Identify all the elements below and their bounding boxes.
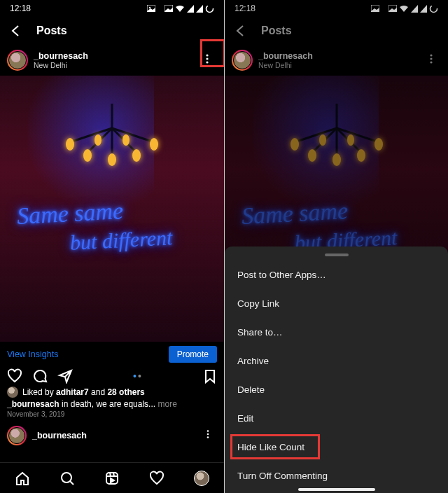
action-row: ••: [0, 366, 224, 385]
svg-point-22: [207, 436, 209, 438]
back-icon[interactable]: [233, 23, 248, 39]
heart-icon[interactable]: [7, 368, 22, 384]
svg-point-19: [122, 134, 130, 146]
svg-point-20: [207, 430, 209, 432]
avatar: [7, 426, 27, 445]
sheet-item-delete[interactable]: Delete: [225, 375, 448, 404]
sheet-item-hide-like-count[interactable]: Hide Like Count: [225, 433, 448, 461]
reels-icon[interactable]: [104, 471, 120, 486]
status-time: 12:18: [234, 4, 255, 13]
promote-button[interactable]: Promote: [169, 346, 217, 363]
profile-avatar[interactable]: [194, 471, 209, 486]
page-title: Posts: [36, 25, 67, 37]
comment-icon[interactable]: [32, 368, 48, 384]
heart-icon[interactable]: [149, 471, 164, 486]
picture-icon: [147, 5, 155, 12]
signal-icon: [196, 5, 203, 13]
svg-point-45: [332, 153, 341, 166]
back-icon[interactable]: [8, 23, 24, 39]
svg-point-16: [132, 149, 141, 162]
more-vertical-icon: [203, 429, 213, 439]
more-options-button[interactable]: [197, 49, 217, 71]
svg-point-15: [83, 149, 92, 162]
status-bar: 12:18: [225, 0, 448, 17]
sheet-item-archive[interactable]: Archive: [225, 347, 448, 375]
svg-point-5: [206, 57, 208, 60]
bookmark-icon[interactable]: [203, 368, 217, 384]
likes-row[interactable]: Liked by adhitar7 and 28 others: [0, 385, 224, 398]
more-vertical-icon: [426, 53, 437, 64]
username: _bournesach: [34, 51, 88, 61]
loading-icon: [429, 4, 438, 13]
signal-icon: [187, 5, 194, 13]
post-header: _bournesach New Delhi: [225, 45, 448, 76]
app-bar: Posts: [0, 17, 224, 45]
share-icon[interactable]: [57, 368, 73, 384]
chandelier-graphic: [267, 104, 407, 188]
caption[interactable]: _bournesach in death, we are equals... m…: [0, 398, 224, 410]
bottom-nav: [0, 462, 224, 493]
likes-text: Liked by adhitar7 and 28 others: [22, 387, 145, 397]
app-bar: Posts: [225, 17, 448, 45]
status-bar: 12:18: [0, 0, 224, 17]
svg-point-34: [430, 61, 432, 63]
svg-point-41: [290, 138, 299, 151]
sheet-item-post-other-apps[interactable]: Post to Other Apps…: [225, 261, 448, 289]
svg-point-32: [430, 54, 432, 56]
svg-point-31: [430, 5, 438, 12]
status-icons: [371, 4, 438, 13]
svg-point-14: [150, 138, 158, 151]
post-header: _bournesach New Delhi: [0, 45, 224, 76]
neon-text-1: Same same: [241, 197, 349, 230]
more-vertical-icon: [202, 53, 213, 64]
location: New Delhi: [258, 61, 313, 69]
svg-point-1: [149, 7, 150, 8]
svg-line-27: [110, 473, 111, 476]
chandelier-graphic: [42, 104, 182, 188]
more-options-button: [421, 49, 441, 71]
gesture-bar: [298, 488, 375, 491]
sheet-item-copy-link[interactable]: Copy Link: [225, 289, 448, 318]
sheet-item-share-to[interactable]: Share to…: [225, 318, 448, 347]
post-image[interactable]: Same same but different: [0, 76, 224, 342]
neon-text-1: Same same: [16, 197, 124, 230]
search-icon[interactable]: [59, 471, 75, 486]
username: _bournesach: [32, 431, 87, 440]
svg-point-21: [207, 433, 209, 436]
avatar: [232, 50, 253, 71]
svg-point-13: [66, 138, 74, 151]
sheet-item-turn-off-commenting[interactable]: Turn Off Commenting: [225, 461, 448, 490]
view-insights-link[interactable]: View Insights: [7, 349, 58, 359]
svg-point-23: [62, 473, 71, 482]
insight-row: View Insights Promote: [0, 342, 224, 366]
screenshot-right: 12:18 Posts _bournesach New Delhi: [224, 0, 448, 493]
bottom-sheet: Post to Other Apps… Copy Link Share to… …: [225, 246, 448, 493]
svg-point-33: [430, 57, 432, 60]
svg-point-3: [206, 5, 214, 12]
sheet-handle[interactable]: [325, 254, 349, 256]
liker-avatar: [7, 387, 18, 398]
svg-point-42: [374, 138, 383, 151]
loading-icon: [205, 4, 214, 13]
svg-point-18: [94, 134, 102, 146]
next-post-header[interactable]: _bournesach: [0, 422, 224, 446]
svg-point-17: [108, 153, 116, 166]
avatar[interactable]: [7, 50, 28, 71]
picture-icon: [371, 5, 379, 12]
sheet-item-edit[interactable]: Edit: [225, 404, 448, 433]
home-icon[interactable]: [15, 471, 30, 486]
user-block: _bournesach New Delhi: [258, 51, 313, 69]
wifi-icon: [175, 5, 185, 13]
location: New Delhi: [34, 61, 88, 69]
svg-line-24: [70, 481, 74, 485]
svg-line-28: [113, 473, 114, 476]
svg-point-47: [347, 134, 354, 146]
signal-icon: [411, 5, 418, 13]
more-options-button[interactable]: [199, 425, 217, 446]
svg-point-44: [357, 149, 365, 162]
user-block[interactable]: _bournesach New Delhi: [34, 51, 88, 69]
picture-icon: [164, 5, 173, 12]
signal-icon: [420, 5, 427, 13]
status-icons: [147, 4, 214, 13]
username: _bournesach: [258, 51, 313, 61]
